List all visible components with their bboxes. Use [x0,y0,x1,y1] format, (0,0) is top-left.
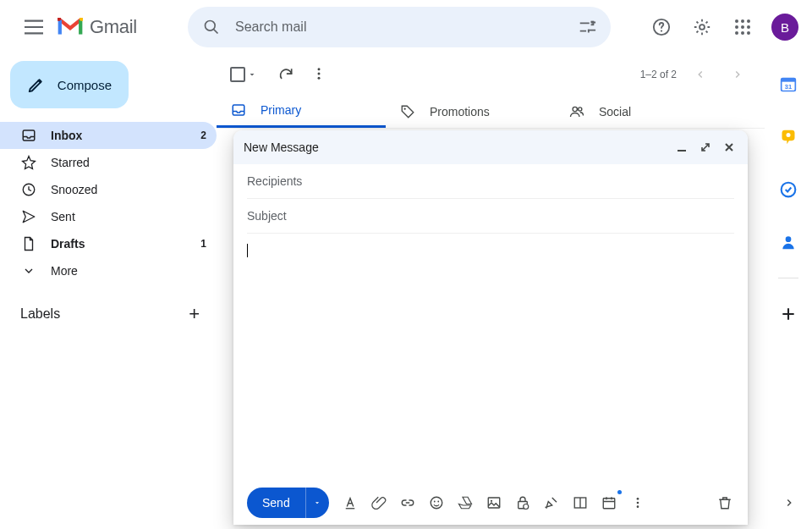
recipients-field [247,164,734,199]
recipients-input[interactable] [247,164,734,198]
compose-more-button[interactable] [628,493,647,512]
tag-icon [400,104,415,119]
sidebar-item-inbox[interactable]: Inbox 2 [0,122,217,149]
sidebar-item-count: 1 [200,238,206,250]
plus-icon [780,306,797,322]
account-avatar[interactable]: B [771,14,798,41]
header-actions: B [645,10,798,44]
trash-icon [717,495,732,510]
keep-icon [780,129,797,146]
tasks-app-button[interactable] [771,173,805,207]
tasks-icon [780,181,797,198]
schedule-button[interactable] [600,493,618,512]
search-icon[interactable] [195,10,228,44]
minimize-button[interactable] [673,139,690,156]
sidebar-item-sent[interactable]: Sent [0,203,217,230]
svg-point-37 [523,504,528,510]
tab-primary[interactable]: Primary [217,95,386,128]
gmail-wordmark: Gmail [90,16,137,38]
expand-icon [700,142,710,152]
more-vert-icon [631,496,645,510]
svg-point-14 [741,31,744,35]
svg-point-19 [318,73,321,75]
add-label-button[interactable]: + [189,303,200,325]
svg-point-24 [579,107,582,110]
svg-point-18 [318,68,321,70]
compose-header[interactable]: New Message [233,130,748,164]
side-panel-toggle[interactable] [776,490,802,515]
svg-point-28 [787,133,791,137]
get-addons-button[interactable] [771,297,805,331]
send-options-button[interactable] [305,488,329,518]
next-page-button[interactable] [724,61,751,88]
calendar-app-button[interactable]: 31 [771,68,805,102]
google-apps-button[interactable] [726,10,760,44]
hamburger-icon [25,19,43,35]
star-icon [21,155,36,170]
search-input[interactable] [228,19,570,35]
layout-button[interactable] [571,493,590,512]
refresh-button[interactable] [277,66,294,83]
tab-social[interactable]: Social [555,95,724,128]
toolbar: 1–2 of 2 [217,54,765,95]
settings-button[interactable] [685,10,719,44]
chevron-left-icon [694,69,706,80]
insert-photo-button[interactable] [485,493,503,512]
keep-app-button[interactable] [771,120,805,154]
link-icon [400,495,415,510]
fullscreen-button[interactable] [697,139,714,156]
svg-point-20 [318,77,321,80]
svg-text:31: 31 [785,83,792,91]
search-options-button[interactable] [570,10,604,44]
help-icon [652,18,671,36]
insert-drive-button[interactable] [456,493,475,512]
insert-signature-button[interactable] [542,493,561,512]
svg-point-11 [741,25,744,29]
gmail-logo[interactable]: Gmail [58,16,137,38]
close-button[interactable] [721,139,738,156]
chevron-down-icon [22,264,36,278]
page-info: 1–2 of 2 [640,69,677,80]
send-button-group: Send [247,488,329,518]
contacts-app-button[interactable] [771,225,805,259]
drive-icon [458,495,473,510]
prev-page-button[interactable] [687,61,714,88]
insert-link-button[interactable] [398,493,417,512]
svg-point-12 [747,25,750,29]
attach-button[interactable] [370,493,388,512]
confidential-mode-button[interactable] [513,493,532,512]
calendar-small-icon [601,495,617,510]
main-menu-button[interactable] [14,7,54,47]
people-icon [569,104,584,119]
compose-dialog: New Message Send [233,130,748,525]
sidebar-item-label: Inbox [51,129,187,142]
svg-rect-2 [591,24,595,25]
sidebar-item-more[interactable]: More [0,257,217,284]
svg-point-23 [573,107,577,111]
sidebar-item-label: More [51,264,206,278]
sidebar-item-drafts[interactable]: Drafts 1 [0,230,217,257]
more-button[interactable] [311,66,326,83]
compose-button[interactable]: Compose [10,61,129,108]
gmail-m-icon [58,18,83,36]
send-button[interactable]: Send [247,488,305,518]
nav-list: Inbox 2 Starred Snoozed Sent Drafts 1 [0,122,217,284]
select-all[interactable] [230,67,257,82]
file-icon [21,236,36,251]
svg-point-6 [700,25,705,30]
search-bar[interactable] [188,7,611,47]
subject-input[interactable] [247,199,734,233]
sidebar-item-label: Snoozed [51,183,206,196]
tab-promotions[interactable]: Promotions [386,95,555,128]
emoji-icon [429,495,444,510]
discard-draft-button[interactable] [716,493,734,512]
sidebar-item-count: 2 [200,129,206,141]
pen-icon [544,495,559,510]
support-button[interactable] [645,10,678,44]
sidebar-item-starred[interactable]: Starred [0,149,217,176]
insert-emoji-button[interactable] [427,493,446,512]
compose-body[interactable] [247,240,734,474]
formatting-button[interactable] [341,493,359,512]
sidebar-item-snoozed[interactable]: Snoozed [0,176,217,203]
text-format-icon [343,495,358,510]
